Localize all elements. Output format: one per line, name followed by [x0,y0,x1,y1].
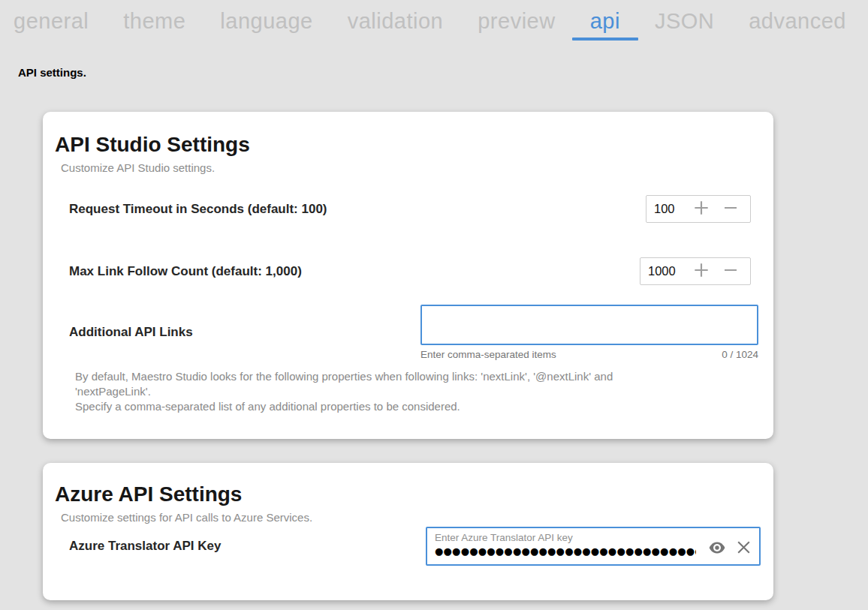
tab-api-label: api [590,9,620,33]
tab-general[interactable]: general [14,9,89,34]
request-timeout-row: Request Timeout in Seconds (default: 100… [69,195,751,223]
tab-theme[interactable]: theme [123,9,185,34]
plus-icon [692,260,711,283]
card-title: API Studio Settings [55,133,751,157]
additional-api-links-input[interactable] [420,305,758,345]
links-description-line: Specify a comma-separated list of any ad… [75,399,685,414]
clear-field-button[interactable] [734,538,753,560]
minus-icon [722,199,740,220]
decrement-button[interactable] [722,199,740,220]
minus-icon [722,261,740,282]
links-description: By default, Maestro Studio looks for the… [75,369,685,414]
azure-translator-key-label: Azure Translator API Key [69,539,222,554]
card-subtitle: Customize API Studio settings. [61,161,751,174]
links-helper-row: Enter comma-separated items 0 / 1024 [420,349,758,360]
reveal-password-button[interactable] [706,539,728,560]
max-link-follow-input[interactable] [648,264,681,278]
request-timeout-label: Request Timeout in Seconds (default: 100… [69,202,327,217]
tab-language[interactable]: language [220,9,312,34]
request-timeout-input[interactable] [654,202,681,216]
links-char-counter: 0 / 1024 [722,349,758,360]
decrement-button[interactable] [722,261,740,282]
max-link-follow-stepper [640,257,751,285]
api-studio-settings-card: API Studio Settings Customize API Studio… [43,112,773,439]
eye-icon [706,539,728,560]
increment-button[interactable] [692,198,711,221]
additional-api-links-label: Additional API Links [69,325,193,340]
tab-preview[interactable]: preview [478,9,555,34]
tab-json[interactable]: JSON [655,9,714,34]
close-icon [734,538,753,560]
increment-button[interactable] [692,260,711,283]
azure-translator-key-field[interactable]: Enter Azure Translator API key ●●●●●●●●●… [426,527,761,566]
additional-api-links-row: Additional API Links Enter comma-separat… [69,305,758,360]
request-timeout-stepper [646,195,751,223]
tab-api[interactable]: api [590,9,620,34]
azure-api-settings-card: Azure API Settings Customize settings fo… [43,463,773,600]
tab-validation[interactable]: validation [348,9,444,34]
settings-tabbar: general theme language validation previe… [0,0,868,48]
max-link-follow-row: Max Link Follow Count (default: 1,000) [69,257,751,285]
links-description-line: By default, Maestro Studio looks for the… [75,369,685,399]
additional-api-links-field: Enter comma-separated items 0 / 1024 [420,305,758,360]
active-tab-underline [572,38,638,41]
max-link-follow-label: Max Link Follow Count (default: 1,000) [69,264,302,279]
azure-translator-key-row: Azure Translator API Key Enter Azure Tra… [69,527,761,566]
links-helper-text: Enter comma-separated items [420,349,556,360]
azure-field-floating-label: Enter Azure Translator API key [435,532,696,543]
plus-icon [692,198,711,221]
azure-field-icons [706,538,753,560]
card-subtitle: Customize settings for API calls to Azur… [61,511,751,524]
azure-translator-key-masked-value[interactable]: ●●●●●●●●●●●●●●●●●●●●●●●●●●●●●●●●●● [435,545,696,557]
page-description: API settings. [18,66,868,79]
card-title: Azure API Settings [55,482,751,506]
tab-advanced[interactable]: advanced [749,9,846,34]
